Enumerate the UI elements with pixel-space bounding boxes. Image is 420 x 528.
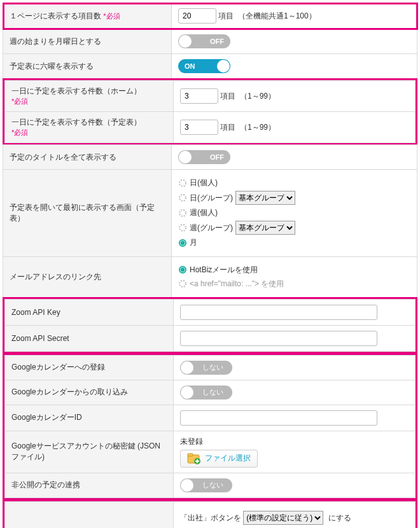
zoom-secret-label: Zoom API Secret	[5, 325, 174, 351]
svg-point-1	[179, 195, 186, 201]
svg-point-2	[179, 210, 186, 216]
week-group-select[interactable]: 基本グループ	[235, 221, 295, 235]
file-select-button[interactable]: ファイル選択	[180, 450, 258, 468]
day-group-select[interactable]: 基本グループ	[235, 191, 295, 205]
title-all-label: 予定のタイトルを全て表示する	[3, 145, 172, 170]
gcal-id-label: GoogleカレンダーID	[5, 405, 174, 431]
timecard-label: タイムカードと所在の連動をする	[5, 501, 174, 528]
timecard-value: 「出社」ボタンを (標準の設定に従う) にする 「退社」ボタンを (標準の設定に…	[174, 501, 416, 528]
radio-day-group[interactable]: 日(グループ) 基本グループ	[178, 191, 410, 205]
radio-month[interactable]: 月	[178, 237, 410, 249]
radio-mailto[interactable]: <a href="mailto: ..."> を使用	[178, 278, 410, 290]
private-link-toggle[interactable]: しない	[180, 478, 232, 492]
svg-point-7	[181, 268, 185, 272]
home-items-label: 一日に予定を表示する件数（ホーム） *必須	[5, 81, 174, 112]
rokuyou-toggle[interactable]: ON	[178, 59, 230, 73]
radio-week-personal[interactable]: 週(個人)	[178, 207, 410, 219]
radio-week-group[interactable]: 週(グループ) 基本グループ	[178, 221, 410, 235]
items-per-page-label: １ページに表示する項目数 *必須	[3, 3, 172, 29]
schedule-items-label: 一日に予定を表示する件数（予定表） *必須	[5, 112, 174, 143]
gcal-import-toggle[interactable]: しない	[180, 386, 232, 399]
gcal-register-label: Googleカレンダーへの登録	[5, 355, 174, 380]
gcal-id-input[interactable]	[180, 410, 377, 426]
items-per-page-value: 項目 （全機能共通1～100）	[172, 3, 417, 29]
timecard-row-shussha: 「出社」ボタンを (標準の設定に従う) にする	[180, 511, 409, 525]
timecard-select-0[interactable]: (標準の設定に従う)	[243, 511, 323, 525]
week-monday-toggle[interactable]: OFF	[178, 34, 230, 48]
rokuyou-label: 予定表に六曜を表示する	[3, 54, 172, 79]
zoom-secret-input[interactable]	[180, 331, 377, 346]
home-items-input[interactable]	[180, 88, 218, 104]
first-screen-value: 日(個人) 日(グループ) 基本グループ 週(個人) 週(グループ) 基本グルー…	[172, 170, 417, 257]
folder-plus-icon	[187, 453, 201, 464]
mail-link-label: メールアドレスのリンク先	[3, 256, 172, 297]
gcal-import-label: Googleカレンダーからの取り込み	[5, 380, 174, 405]
radio-day-personal[interactable]: 日(個人)	[178, 177, 410, 189]
week-monday-label: 週の始まりを月曜日とする	[3, 29, 172, 54]
gcal-register-toggle[interactable]: しない	[180, 361, 232, 375]
svg-point-5	[181, 241, 185, 245]
zoom-key-input[interactable]	[180, 305, 377, 320]
private-link-label: 非公開の予定の連携	[5, 473, 174, 497]
gservice-key-label: Googleサービスアカウントの秘密鍵 (JSONファイル)	[5, 431, 174, 473]
svg-rect-10	[188, 454, 193, 456]
first-screen-label: 予定表を開いて最初に表示する画面（予定表）	[3, 170, 172, 257]
gservice-key-status: 未登録	[180, 436, 409, 447]
svg-point-3	[179, 225, 186, 231]
title-all-toggle[interactable]: OFF	[178, 150, 230, 164]
items-per-page-input[interactable]	[178, 8, 216, 24]
zoom-key-label: Zoom API Key	[5, 299, 174, 325]
schedule-items-input[interactable]	[180, 120, 218, 135]
svg-point-0	[179, 180, 186, 186]
svg-rect-13	[195, 461, 199, 462]
required-mark: *必須	[103, 12, 120, 20]
radio-hotbiz-mail[interactable]: HotBizメールを使用	[178, 264, 410, 276]
svg-point-8	[179, 281, 186, 287]
